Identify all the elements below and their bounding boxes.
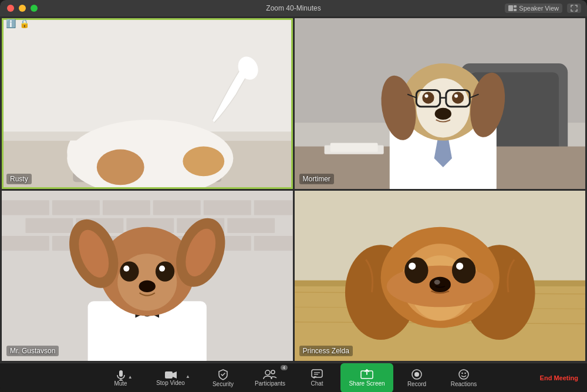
video-arrow[interactable]: ▲ <box>185 374 190 379</box>
video-tile-mortimer[interactable]: Mortimer <box>295 18 586 189</box>
security-icon <box>217 369 229 380</box>
share-screen-icon <box>360 369 373 380</box>
security-label: Security <box>212 381 234 387</box>
toolbar: Mute ▲ Stop Video ▲ Security <box>0 363 587 392</box>
video-gustavson-feed <box>2 191 293 361</box>
window-title: Zoom 40-Minutes <box>266 4 321 12</box>
maximize-button[interactable] <box>31 5 38 12</box>
svg-point-105 <box>414 372 419 377</box>
svg-rect-46 <box>153 200 201 215</box>
chat-label: Chat <box>311 381 323 387</box>
video-tile-gustavson[interactable]: Mr. Gustavson <box>2 191 293 361</box>
svg-rect-0 <box>508 5 513 11</box>
stop-video-label: Stop Video <box>156 380 185 386</box>
mute-arrow[interactable]: ▲ <box>128 374 133 380</box>
record-button[interactable]: Record <box>393 363 440 393</box>
svg-point-37 <box>422 92 434 104</box>
end-meeting-button[interactable]: End Meeting <box>540 374 578 381</box>
title-bar: Zoom 40-Minutes Speaker View <box>0 0 587 16</box>
svg-rect-2 <box>514 9 517 11</box>
video-grid: Rusty <box>0 16 587 363</box>
window-controls <box>7 5 38 12</box>
svg-point-41 <box>434 108 451 120</box>
participant-name-gustavson: Mr. Gustavson <box>6 346 59 356</box>
mute-button[interactable]: Mute ▲ <box>100 363 147 393</box>
mic-icon <box>115 369 127 381</box>
svg-point-17 <box>97 150 144 185</box>
reactions-label: Reactions <box>451 381 477 387</box>
svg-point-70 <box>123 265 129 271</box>
share-screen-button[interactable]: Share Screen <box>340 363 393 393</box>
svg-rect-44 <box>52 200 100 215</box>
info-icon[interactable]: ℹ️ <box>6 19 16 28</box>
record-label: Record <box>407 381 426 387</box>
top-right-controls: Speaker View <box>505 4 581 13</box>
record-icon <box>411 369 423 380</box>
svg-rect-1 <box>514 5 517 8</box>
stop-video-button[interactable]: Stop Video ▲ <box>147 363 200 393</box>
participants-button[interactable]: 4 Participants <box>247 363 294 393</box>
svg-point-72 <box>139 280 156 292</box>
video-mortimer-feed <box>295 18 586 189</box>
svg-point-92 <box>429 276 450 292</box>
svg-rect-54 <box>2 235 49 250</box>
close-button[interactable] <box>7 5 14 12</box>
speaker-view-icon <box>508 5 517 11</box>
svg-rect-45 <box>103 200 150 215</box>
svg-rect-53 <box>227 218 275 232</box>
svg-point-98 <box>265 370 270 375</box>
svg-point-69 <box>156 261 174 281</box>
svg-rect-25 <box>330 143 377 151</box>
participant-name-mortimer: Mortimer <box>299 174 334 184</box>
svg-point-39 <box>424 94 428 98</box>
svg-point-29 <box>416 78 470 137</box>
video-rusty-feed <box>2 18 293 189</box>
svg-point-99 <box>271 370 275 374</box>
fullscreen-button[interactable] <box>567 4 581 13</box>
video-zelda-feed <box>295 191 586 361</box>
svg-point-71 <box>159 265 165 271</box>
svg-point-91 <box>459 265 463 269</box>
participants-count-badge: 4 <box>281 365 288 370</box>
reactions-icon: + <box>458 369 470 380</box>
speaker-view-button[interactable]: Speaker View <box>505 4 562 13</box>
participant-name-rusty: Rusty <box>6 174 32 184</box>
top-info-bar: ℹ️ 🔒 <box>6 19 29 28</box>
svg-point-107 <box>461 372 463 373</box>
video-tile-zelda[interactable]: Princess Zelda <box>295 191 586 361</box>
svg-rect-59 <box>254 235 293 250</box>
svg-rect-97 <box>165 371 173 379</box>
svg-point-38 <box>451 92 463 104</box>
share-screen-label: Share Screen <box>349 381 384 387</box>
security-button[interactable]: Security <box>200 363 247 393</box>
participants-label: Participants <box>255 381 285 387</box>
mute-label: Mute <box>114 381 127 387</box>
svg-point-68 <box>120 261 139 281</box>
fullscreen-icon <box>571 5 578 12</box>
lock-icon[interactable]: 🔒 <box>19 19 29 28</box>
svg-point-86 <box>404 257 428 283</box>
svg-rect-47 <box>204 200 251 215</box>
participant-name-zelda: Princess Zelda <box>299 346 353 356</box>
minimize-button[interactable] <box>19 5 26 12</box>
svg-point-87 <box>451 257 475 283</box>
video-tile-rusty[interactable]: Rusty <box>2 18 293 189</box>
reactions-button[interactable]: + Reactions <box>440 363 487 393</box>
svg-rect-94 <box>119 370 123 377</box>
svg-point-18 <box>183 147 224 177</box>
svg-rect-100 <box>312 370 322 377</box>
svg-rect-43 <box>2 200 49 215</box>
svg-point-40 <box>454 94 458 98</box>
chat-button[interactable]: Chat <box>294 363 340 393</box>
chat-icon <box>311 369 323 380</box>
svg-point-93 <box>434 279 440 284</box>
svg-point-90 <box>411 265 415 269</box>
svg-rect-48 <box>254 200 293 215</box>
participants-icon <box>263 369 277 380</box>
video-icon <box>164 370 177 380</box>
svg-text:+: + <box>466 370 468 374</box>
svg-rect-49 <box>25 218 73 232</box>
